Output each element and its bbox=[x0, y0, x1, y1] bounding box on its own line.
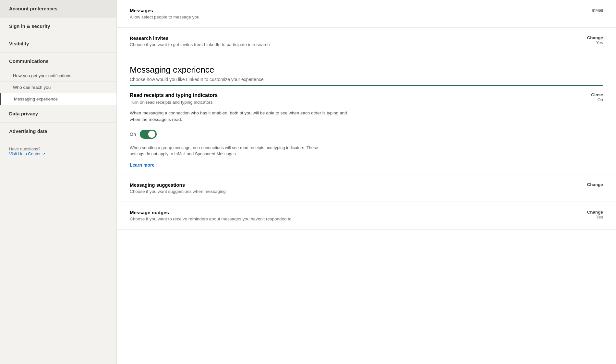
messaging-suggestions-section: Messaging suggestions Choose if you want… bbox=[117, 174, 616, 202]
messaging-suggestions-title: Messaging suggestions bbox=[130, 182, 571, 188]
messages-value: InMail bbox=[577, 8, 603, 13]
sidebar-item-sign-in-security[interactable]: Sign in & security bbox=[0, 18, 116, 35]
messages-desc: Allow select people to message you bbox=[130, 15, 571, 19]
message-nudges-section: Message nudges Choose if you want to rec… bbox=[117, 202, 616, 229]
research-invites-section: Research invites Choose if you want to g… bbox=[117, 28, 616, 55]
messaging-suggestions-desc: Choose if you want suggestions when mess… bbox=[130, 189, 571, 194]
visit-help-center-link[interactable]: Visit Help Center ↗ bbox=[9, 151, 107, 156]
messaging-experience-desc: Choose how would you like LinkedIn to cu… bbox=[130, 77, 603, 82]
research-invites-desc: Choose if you want to get invites from L… bbox=[130, 42, 571, 47]
sidebar-subitem-notifications[interactable]: How you get your notifications bbox=[0, 70, 116, 82]
sidebar: Account preferences Sign in & security V… bbox=[0, 0, 117, 364]
sidebar-item-account-preferences[interactable]: Account preferences bbox=[0, 0, 116, 18]
read-receipts-section: Read receipts and typing indicators Turn… bbox=[117, 86, 616, 174]
messaging-suggestions-change[interactable]: Change bbox=[577, 182, 603, 187]
sidebar-help: Have questions? Visit Help Center ↗ bbox=[0, 140, 116, 163]
sidebar-item-communications[interactable]: Communications bbox=[0, 53, 116, 70]
messages-title: Messages bbox=[130, 8, 571, 13]
messaging-experience-header: Messaging experience Choose how would yo… bbox=[117, 55, 616, 85]
research-invites-change[interactable]: Change bbox=[577, 35, 603, 40]
sidebar-item-data-privacy[interactable]: Data privacy bbox=[0, 105, 116, 123]
message-nudges-title: Message nudges bbox=[130, 210, 571, 215]
message-nudges-value: Yes bbox=[577, 215, 603, 219]
sidebar-subitem-messaging-experience[interactable]: Messaging experience bbox=[0, 93, 116, 105]
message-nudges-change[interactable]: Change bbox=[577, 210, 603, 215]
messaging-experience-title: Messaging experience bbox=[130, 65, 603, 75]
research-invites-title: Research invites bbox=[130, 35, 571, 41]
sidebar-item-visibility[interactable]: Visibility bbox=[0, 35, 116, 53]
have-questions-label: Have questions? bbox=[9, 147, 41, 151]
sidebar-subitem-who-can-reach[interactable]: Who can reach you bbox=[0, 82, 116, 93]
toggle-switch[interactable] bbox=[140, 130, 157, 139]
research-invites-value: Yes bbox=[577, 40, 603, 45]
read-receipts-body: When messaging a connection who has it e… bbox=[130, 110, 357, 123]
read-receipts-subtitle: Turn on read receipts and typing indicat… bbox=[130, 100, 571, 105]
messages-section: Messages Allow select people to message … bbox=[117, 0, 616, 28]
message-nudges-desc: Choose if you want to receive reminders … bbox=[130, 217, 571, 221]
toggle-row: On bbox=[130, 130, 571, 139]
read-receipts-status: On bbox=[577, 97, 603, 102]
main-content: Messages Allow select people to message … bbox=[117, 0, 616, 364]
help-center-label: Visit Help Center bbox=[9, 151, 41, 156]
toggle-label: On bbox=[130, 132, 136, 137]
read-receipts-title: Read receipts and typing indicators bbox=[130, 92, 571, 98]
sidebar-item-advertising-data[interactable]: Advertising data bbox=[0, 123, 116, 140]
read-receipts-footer: When sending a group message, non-connec… bbox=[130, 145, 331, 157]
external-link-icon: ↗ bbox=[42, 151, 45, 156]
read-receipts-close[interactable]: Close bbox=[577, 92, 603, 97]
learn-more-link[interactable]: Learn more bbox=[130, 162, 154, 168]
toggle-slider bbox=[140, 130, 157, 139]
